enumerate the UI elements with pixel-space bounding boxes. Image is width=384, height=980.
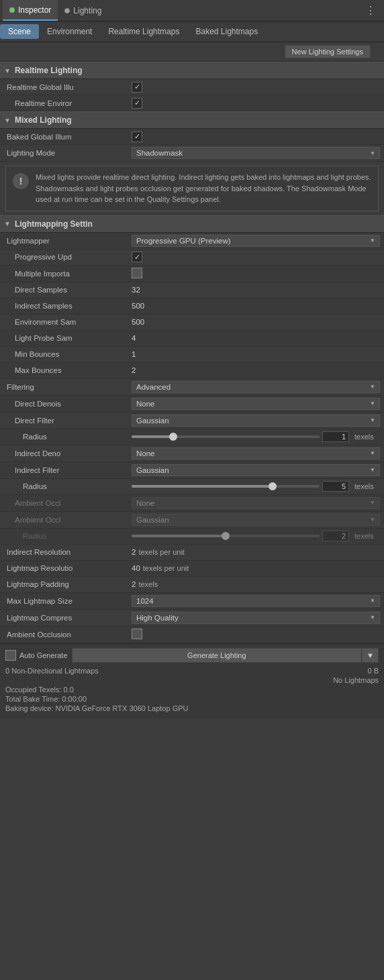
stats-no-lightmaps: No Lightmaps bbox=[333, 676, 379, 684]
realtime-global-illum-label: Realtime Global Illu bbox=[4, 83, 132, 91]
lighting-mode-dropdown-arrow: ▼ bbox=[370, 150, 375, 156]
ambient-occl2-dropdown-arrow: ▼ bbox=[370, 516, 375, 523]
direct-denois-dropdown-arrow: ▼ bbox=[370, 400, 375, 406]
stats-baking-device: Baking device: NVIDIA GeForce RTX 3060 L… bbox=[5, 704, 379, 712]
realtime-environment-value bbox=[132, 98, 380, 109]
scene-tabs-bar: Scene Environment Realtime Lightmaps Bak… bbox=[0, 21, 384, 42]
ambient-occl1-dropdown: None ▼ bbox=[132, 497, 380, 509]
max-lightmap-size-dropdown[interactable]: 1024 ▼ bbox=[132, 595, 380, 607]
direct-denois-value: None ▼ bbox=[132, 398, 380, 410]
info-icon: ! bbox=[13, 173, 29, 189]
indirect-radius-unit: texels bbox=[354, 482, 380, 490]
ambient-radius-track bbox=[132, 535, 320, 537]
multiple-importa-label: Multiple Importa bbox=[4, 270, 132, 278]
ambient-occlusion-checkbox[interactable] bbox=[132, 629, 142, 639]
indirect-filter-dropdown-arrow: ▼ bbox=[370, 467, 375, 473]
section-lightmapping[interactable]: ▼ Lightmapping Settin bbox=[0, 215, 384, 233]
realtime-environment-checkbox[interactable] bbox=[132, 98, 142, 109]
environment-sam-label: Environment Sam bbox=[4, 318, 132, 326]
direct-radius-label: Radius bbox=[4, 433, 132, 441]
baked-global-illum-checkbox[interactable] bbox=[132, 131, 142, 142]
indirect-resolution-row: Indirect Resolution 2 texels per unit bbox=[0, 545, 384, 561]
indirect-deno-dropdown-value: None bbox=[136, 449, 155, 457]
indirect-radius-track[interactable] bbox=[132, 485, 320, 488]
lightmap-padding-label: Lightmap Padding bbox=[4, 580, 132, 588]
multiple-importa-checkbox[interactable] bbox=[132, 268, 142, 278]
stats-lightmaps-row: 0 Non-Directional Lightmaps 0 B bbox=[5, 667, 379, 675]
tab-inspector[interactable]: Inspector bbox=[3, 0, 58, 21]
inspector-label: Inspector bbox=[18, 5, 51, 15]
direct-filter-dropdown[interactable]: Gaussian ▼ bbox=[132, 415, 380, 427]
generate-lighting-arrow-button[interactable]: ▼ bbox=[362, 648, 379, 663]
max-lightmap-size-dropdown-arrow: ▼ bbox=[370, 598, 375, 604]
indirect-resolution-value[interactable]: 2 texels per unit bbox=[132, 548, 380, 556]
section-realtime-lighting[interactable]: ▼ Realtime Lighting bbox=[0, 62, 384, 79]
direct-radius-thumb[interactable] bbox=[169, 433, 177, 441]
header: Inspector Lighting ⋮ bbox=[0, 0, 384, 21]
indirect-samples-value[interactable]: 500 bbox=[132, 302, 380, 310]
indirect-deno-row: Indirect Deno None ▼ bbox=[0, 445, 384, 462]
environment-sam-row: Environment Sam 500 bbox=[0, 315, 384, 331]
lighting-mode-dropdown[interactable]: Shadowmask ▼ bbox=[132, 147, 380, 159]
tab-realtime-lightmaps[interactable]: Realtime Lightmaps bbox=[100, 24, 187, 39]
direct-filter-value: Gaussian ▼ bbox=[132, 415, 380, 427]
lightmap-compress-dropdown[interactable]: High Quality ▼ bbox=[132, 612, 380, 624]
indirect-deno-dropdown[interactable]: None ▼ bbox=[132, 447, 380, 459]
indirect-filter-dropdown[interactable]: Gaussian ▼ bbox=[132, 464, 380, 476]
ambient-occl1-dropdown-value: None bbox=[136, 499, 155, 507]
tab-scene[interactable]: Scene bbox=[0, 24, 39, 39]
indirect-radius-thumb[interactable] bbox=[269, 482, 277, 490]
ambient-occlusion-row: Ambient Occlusion bbox=[0, 627, 384, 643]
stats-no-lightmaps-row: No Lightmaps bbox=[5, 676, 379, 684]
indirect-radius-number[interactable]: 5 bbox=[322, 481, 349, 492]
lightmapper-dropdown-value: Progressive GPU (Preview) bbox=[136, 237, 231, 245]
direct-radius-number[interactable]: 1 bbox=[322, 431, 349, 442]
inspector-dot bbox=[9, 7, 15, 13]
lighting-mode-dropdown-value: Shadowmask bbox=[136, 149, 183, 157]
min-bounces-row: Min Bounces 1 bbox=[0, 347, 384, 363]
lightmapping-title: Lightmapping Settin bbox=[15, 219, 93, 229]
max-lightmap-size-row: Max Lightmap Size 1024 ▼ bbox=[0, 593, 384, 610]
tab-lighting[interactable]: Lighting bbox=[58, 0, 108, 21]
lightmapper-dropdown[interactable]: Progressive GPU (Preview) ▼ bbox=[132, 235, 380, 247]
light-probe-sam-value[interactable]: 4 bbox=[132, 334, 380, 342]
direct-radius-fill bbox=[132, 435, 173, 438]
ambient-occlusion-label: Ambient Occlusion bbox=[4, 631, 132, 639]
min-bounces-label: Min Bounces bbox=[4, 350, 132, 358]
indirect-filter-row: Indirect Filter Gaussian ▼ bbox=[0, 462, 384, 479]
tab-environment[interactable]: Environment bbox=[39, 24, 100, 39]
indirect-radius-fill bbox=[132, 485, 273, 488]
direct-denois-dropdown[interactable]: None ▼ bbox=[132, 398, 380, 410]
indirect-radius-label: Radius bbox=[4, 482, 132, 490]
tab-baked-lightmaps[interactable]: Baked Lightmaps bbox=[187, 24, 266, 39]
baked-global-illum-row: Baked Global Illum bbox=[0, 129, 384, 145]
ambient-occl2-row: Ambient Occl Gaussian ▼ bbox=[0, 512, 384, 529]
direct-radius-track[interactable] bbox=[132, 435, 320, 438]
auto-generate-checkbox[interactable] bbox=[5, 650, 16, 661]
new-lighting-settings-button[interactable]: New Lighting Settings bbox=[285, 45, 371, 58]
header-more-icon[interactable]: ⋮ bbox=[360, 4, 381, 17]
direct-radius-unit: texels bbox=[354, 433, 380, 441]
lightmap-padding-unit: texels bbox=[138, 580, 158, 588]
max-lightmap-size-dropdown-value: 1024 bbox=[136, 597, 154, 605]
light-probe-sam-row: Light Probe Sam 4 bbox=[0, 331, 384, 347]
max-bounces-value[interactable]: 2 bbox=[132, 366, 380, 374]
generate-lighting-button[interactable]: Generate Lighting bbox=[72, 648, 363, 663]
progressive-upd-checkbox[interactable] bbox=[132, 252, 142, 262]
filtering-dropdown[interactable]: Advanced ▼ bbox=[132, 381, 380, 393]
min-bounces-value[interactable]: 1 bbox=[132, 350, 380, 358]
environment-sam-value[interactable]: 500 bbox=[132, 318, 380, 326]
direct-denois-dropdown-value: None bbox=[136, 400, 155, 408]
indirect-resolution-label: Indirect Resolution bbox=[4, 548, 132, 556]
section-mixed-lighting[interactable]: ▼ Mixed Lighting bbox=[0, 111, 384, 129]
lightmap-compress-label: Lightmap Compres bbox=[4, 614, 132, 622]
indirect-samples-row: Indirect Samples 500 bbox=[0, 298, 384, 315]
lightmap-padding-value[interactable]: 2 texels bbox=[132, 580, 380, 588]
ambient-radius-number: 2 bbox=[322, 531, 349, 541]
max-lightmap-size-label: Max Lightmap Size bbox=[4, 597, 132, 605]
lightmap-resolution-value[interactable]: 40 texels per unit bbox=[132, 564, 380, 572]
realtime-lighting-title: Realtime Lighting bbox=[15, 66, 83, 75]
direct-samples-value[interactable]: 32 bbox=[132, 286, 380, 294]
realtime-global-illum-checkbox[interactable] bbox=[132, 82, 142, 93]
lightmap-resolution-label: Lightmap Resolutio bbox=[4, 564, 132, 572]
